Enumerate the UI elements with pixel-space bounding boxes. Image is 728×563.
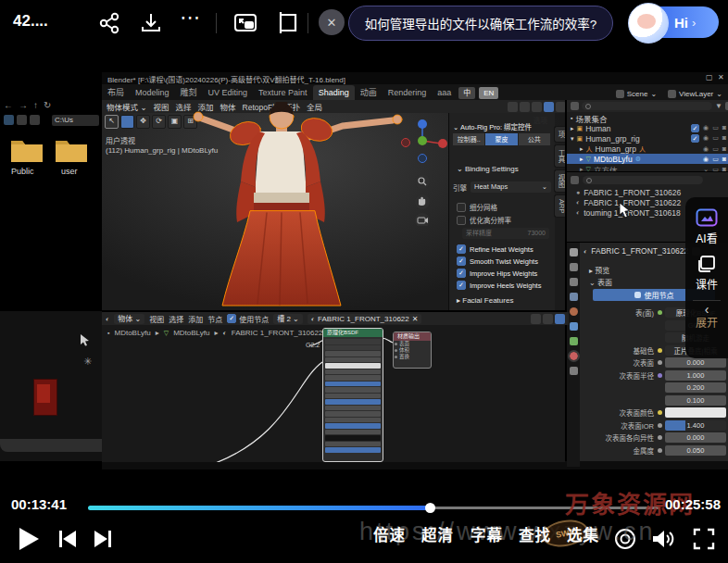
radius-y-field[interactable]: 0.200 xyxy=(665,382,726,393)
pip-icon[interactable] xyxy=(232,9,259,37)
shading-rendered-icon[interactable] xyxy=(556,102,565,112)
screen-icon[interactable]: ▭ xyxy=(712,156,719,163)
folder-label[interactable]: Public xyxy=(11,167,34,176)
tab-layout[interactable]: 布局 xyxy=(102,85,130,100)
engine-dropdown[interactable]: Heat Maps⌄ xyxy=(471,181,551,193)
checkbox-row[interactable]: ✓ Improve Heels Weights xyxy=(457,281,541,290)
menu-select[interactable]: 选择 xyxy=(169,314,183,324)
share-icon[interactable] xyxy=(95,9,123,37)
back-icon[interactable]: ← xyxy=(4,100,19,110)
view-icon[interactable] xyxy=(30,115,40,125)
checkbox-row[interactable]: 细分网格 xyxy=(457,202,497,212)
sidebar-tab-arp[interactable]: ARP xyxy=(554,194,565,218)
node-principled-bsdf[interactable]: 原理化BSDF xyxy=(322,328,383,462)
modifier-tab-icon[interactable] xyxy=(570,322,578,331)
folder-icon[interactable] xyxy=(54,135,89,165)
display-mode-icon[interactable] xyxy=(571,102,579,110)
outliner-row-human-grp[interactable]: ▸ 人 Human_grp 人 ◉▭◙ xyxy=(567,144,728,154)
shader-type-dropdown[interactable]: 物体 ⌄ xyxy=(114,314,144,324)
sidebar-tab-item[interactable]: 项 xyxy=(554,126,565,143)
assistant-button[interactable]: Hi › xyxy=(637,6,719,38)
up-icon[interactable]: ↑ xyxy=(33,100,44,110)
overlay-icon[interactable] xyxy=(555,314,565,324)
view-icon[interactable] xyxy=(17,115,27,125)
display-mode-icon[interactable] xyxy=(571,176,579,184)
courseware-label[interactable]: 课件 xyxy=(696,276,718,292)
close-suggestion-button[interactable]: ✕ xyxy=(319,9,345,35)
outliner-row-human-grp-rig[interactable]: ▾ ▣ Human_grp_rig ✓◉▭◙ xyxy=(567,133,728,144)
more-icon[interactable]: ⋯ xyxy=(180,6,200,30)
file-manager-nav[interactable]: ←→↑↻ xyxy=(4,100,56,110)
shading-material-icon[interactable] xyxy=(544,102,554,112)
quality-button[interactable]: 超清 xyxy=(421,523,454,545)
screen-icon[interactable]: ▭ xyxy=(712,145,719,153)
checkbox-icon[interactable]: ✓ xyxy=(691,134,699,143)
editor-type-icon[interactable]: ◐ xyxy=(106,316,109,322)
viewlayer-selector[interactable]: ViewLayer ⌄ xyxy=(668,90,722,98)
snap-icon[interactable] xyxy=(543,314,553,324)
menu-view[interactable]: 视图 xyxy=(149,314,164,324)
checkbox-icon[interactable] xyxy=(457,203,466,212)
subsurface-ior-slider[interactable]: 1.400 xyxy=(665,420,726,431)
camera-icon[interactable]: ◙ xyxy=(722,124,726,132)
tab-rendering[interactable]: Rendering xyxy=(383,85,433,100)
tool-tab-icon[interactable] xyxy=(570,248,578,256)
eye-icon[interactable]: ◉ xyxy=(703,156,709,163)
lang-en-button[interactable]: EN xyxy=(479,87,498,99)
tab-texture-paint[interactable]: Texture Paint xyxy=(253,85,313,100)
theater-mode-icon[interactable] xyxy=(273,9,301,37)
surface-section[interactable]: ⌄ 表面 xyxy=(589,277,612,287)
overlays-icon[interactable] xyxy=(532,102,542,112)
image-thumbnail[interactable] xyxy=(33,379,57,416)
view-mode-icons[interactable] xyxy=(4,115,40,125)
scene-tab-icon[interactable] xyxy=(570,293,578,301)
find-button[interactable]: 查找 xyxy=(519,523,551,545)
lang-zh-button[interactable]: 中 xyxy=(458,87,475,99)
outliner-search[interactable] xyxy=(582,102,712,110)
download-icon[interactable] xyxy=(137,9,165,37)
next-episode-button[interactable] xyxy=(93,529,113,549)
eye-icon[interactable]: ◉ xyxy=(703,134,709,143)
tab-uv-editing[interactable]: UV Editing xyxy=(203,85,254,100)
character-model[interactable] xyxy=(119,102,445,310)
camera-icon[interactable]: ◙ xyxy=(722,134,726,143)
screen-icon[interactable]: ▭ xyxy=(712,124,719,132)
data-tab-icon[interactable] xyxy=(570,337,578,345)
pin-icon[interactable] xyxy=(531,314,541,324)
address-bar[interactable]: C:\Us xyxy=(52,115,99,126)
checkbox-row[interactable]: ✓ Smooth Twist Weights xyxy=(457,256,538,266)
checkbox-row[interactable]: ✓ Refine Heat Weights xyxy=(457,244,533,254)
radius-x-field[interactable]: 1.000 xyxy=(665,370,726,381)
camera-icon[interactable]: ◙ xyxy=(722,156,726,163)
eye-icon[interactable]: ◉ xyxy=(703,145,709,153)
subsurface-slider[interactable]: 0.000 xyxy=(665,357,726,368)
menu-node[interactable]: 节点 xyxy=(207,314,222,324)
anisotropy-slider[interactable]: 0.000 xyxy=(665,432,726,443)
select-box-tool[interactable]: ↖ xyxy=(105,115,119,129)
scene-selector[interactable]: Scene ⌄ xyxy=(616,90,657,98)
viewport-3d[interactable]: 物体模式 ⌄ 视图 选择 添加 物体 RetopoFlow拓扑 全局 ↖ xyxy=(102,100,565,310)
courseware-icon[interactable] xyxy=(697,255,717,273)
fullscreen-icon[interactable] xyxy=(693,528,715,550)
tab-animation[interactable]: 动画 xyxy=(355,85,383,100)
episodes-button[interactable]: 选集 xyxy=(567,523,599,545)
forward-icon[interactable]: → xyxy=(19,100,33,110)
camera-icon[interactable]: ◙ xyxy=(722,145,726,153)
ai-question-pill[interactable]: 如何管理导出的文件以确保工作流的效率? xyxy=(348,6,613,41)
facial-features-section[interactable]: ▸ Facial Features xyxy=(457,296,513,305)
use-nodes-toggle[interactable]: ✓ 使用节点 xyxy=(227,314,269,324)
node-material-output[interactable]: 材质输出 表面 体积 置换 xyxy=(393,332,432,369)
object-tab-icon[interactable] xyxy=(570,307,578,316)
screen-icon[interactable]: ▭ xyxy=(712,134,719,143)
material-search[interactable] xyxy=(583,176,703,184)
prev-episode-button[interactable] xyxy=(57,529,78,549)
checkbox-row[interactable]: ✓ Improve Hips Weights xyxy=(457,269,537,278)
binding-settings-section[interactable]: ⌄ Binding Settings xyxy=(457,165,519,173)
checkbox-checked-icon[interactable]: ✓ xyxy=(457,269,466,278)
material-item[interactable]: ● FABRIC 1_FRONT_310626 xyxy=(567,187,728,197)
checkbox-checked-icon[interactable]: ✓ xyxy=(457,281,466,290)
material-tab-icon[interactable] xyxy=(570,352,578,360)
menu-add[interactable]: 添加 xyxy=(188,314,203,324)
folder-label[interactable]: user xyxy=(61,167,78,176)
material-selector[interactable]: ◐ FABRIC 1_FRONT_310622 ✕ xyxy=(308,314,422,324)
